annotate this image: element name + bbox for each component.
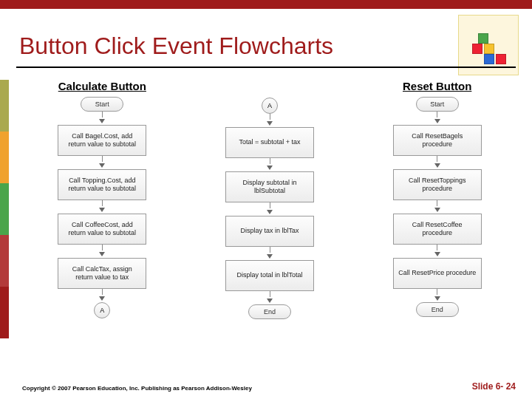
slide-number: Slide 6- 24 — [472, 381, 516, 392]
connector-a: A — [262, 98, 278, 114]
flowchart-content: Calculate Button Start Call Bagel.Cost, … — [22, 80, 517, 369]
slide-title: Button Click Event Flowcharts — [19, 33, 333, 60]
reset-heading: Reset Button — [403, 80, 471, 92]
proc-step: Total = subtotal + tax — [225, 127, 314, 158]
start-terminator: Start — [416, 97, 459, 112]
calc-col-1: Calculate Button Start Call Bagel.Cost, … — [22, 80, 183, 369]
reset-col: Reset Button Start Call ResetBagels proc… — [357, 80, 517, 369]
end-terminator: End — [416, 302, 459, 317]
calc-heading: Calculate Button — [58, 80, 146, 92]
proc-step: Call ResetPrice procedure — [393, 258, 482, 289]
calc-col-2: A Total = subtotal + tax Display subtota… — [190, 80, 350, 369]
proc-step: Call CalcTax, assign return value to tax — [58, 258, 146, 289]
calc-flow-2: A Total = subtotal + tax Display subtota… — [225, 98, 314, 319]
proc-step: Display subtotal in lblSubtotal — [225, 171, 314, 202]
reset-flow: Start Call ResetBagels procedure Call Re… — [393, 97, 482, 317]
connector-a: A — [94, 302, 110, 318]
proc-step: Call ResetCoffee procedure — [393, 214, 482, 245]
top-bar — [0, 0, 532, 9]
side-color-bars — [0, 80, 9, 338]
title-underline — [16, 66, 516, 68]
end-terminator: End — [248, 304, 291, 319]
proc-step: Display total in lblTotal — [225, 260, 314, 291]
proc-step: Call Bagel.Cost, add return value to sub… — [58, 125, 146, 156]
proc-step: Display tax in lblTax — [225, 216, 314, 247]
proc-step: Call ResetBagels procedure — [393, 125, 482, 156]
proc-step: Call Topping.Cost, add return value to s… — [58, 169, 146, 200]
proc-step: Call ResetToppings procedure — [393, 169, 482, 200]
proc-step: Call CoffeeCost, add return value to sub… — [58, 214, 146, 245]
start-terminator: Start — [81, 97, 123, 112]
copyright-text: Copyright © 2007 Pearson Education, Inc.… — [22, 385, 252, 392]
calc-flow-1: Start Call Bagel.Cost, add return value … — [58, 97, 146, 318]
